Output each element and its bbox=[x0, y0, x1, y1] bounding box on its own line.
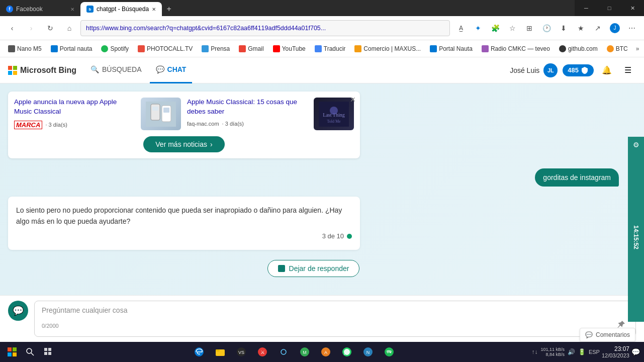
close-tab-bing[interactable]: ✕ bbox=[152, 7, 156, 12]
bing-favicon: b bbox=[86, 6, 94, 13]
notifications-taskbar-icon[interactable]: 💬 bbox=[631, 348, 640, 356]
tab-label-bing: chatgpt - Búsqueda bbox=[97, 6, 149, 13]
news-source-1: faq-mac.com · 3 día(s) bbox=[187, 121, 309, 127]
bing-logo-squares bbox=[8, 66, 17, 75]
network-speed: 101,11 kB/s 8,84 kB/s bbox=[540, 347, 565, 357]
nav-label-busqueda: BÚSQUEDA bbox=[102, 65, 142, 73]
bookmark-btc[interactable]: BTC bbox=[603, 43, 632, 54]
user-message-wrap: gorditas de instagram bbox=[8, 168, 619, 187]
history-icon[interactable]: 🕐 bbox=[538, 20, 555, 36]
bookmark-github[interactable]: github.com bbox=[555, 43, 602, 54]
favorites-bar-icon[interactable]: ★ bbox=[573, 20, 589, 36]
bookmark-radio[interactable]: Radio CMKC — teveo bbox=[478, 43, 554, 54]
user-profile-icon[interactable]: J bbox=[607, 20, 623, 36]
svg-rect-4 bbox=[163, 108, 169, 113]
tab-facebook[interactable]: f Facebook ✕ bbox=[0, 2, 80, 16]
bookmark-youtube[interactable]: YouTube bbox=[269, 43, 310, 54]
share-icon[interactable]: ↗ bbox=[590, 20, 606, 36]
user-avatar[interactable]: JL bbox=[543, 63, 558, 77]
bing-logo[interactable]: Microsoft Bing bbox=[8, 66, 76, 75]
taskbar-security[interactable]: ⚔ bbox=[252, 343, 272, 361]
network-icon: ↑↓ bbox=[531, 348, 537, 355]
taskbar-apps: VS ⚔ M A bbox=[189, 343, 399, 361]
taskbar-app5[interactable] bbox=[273, 343, 294, 361]
minimize-button[interactable]: ─ bbox=[575, 0, 598, 16]
bing-nav: 🔍 BÚSQUEDA 💬 CHAT bbox=[84, 57, 502, 83]
svg-point-35 bbox=[385, 347, 394, 356]
collections-icon[interactable]: ⊞ bbox=[521, 20, 537, 36]
task-view-button[interactable] bbox=[40, 344, 56, 360]
address-input[interactable] bbox=[80, 20, 450, 36]
download-icon[interactable]: ⬇ bbox=[556, 20, 572, 36]
clock-time: 23:07 bbox=[614, 345, 629, 352]
taskbar-archive[interactable]: A bbox=[316, 343, 336, 361]
gmail-favicon bbox=[239, 45, 246, 52]
settings-more-icon[interactable]: ⋯ bbox=[624, 20, 640, 36]
volume-icon[interactable]: 🔊 bbox=[568, 348, 575, 355]
taskbar-spotify[interactable] bbox=[379, 343, 399, 361]
news-image-0[interactable] bbox=[141, 98, 181, 130]
bookmark-prensa[interactable]: Prensa bbox=[198, 43, 234, 54]
taskbar-edge[interactable] bbox=[189, 343, 209, 361]
see-more-button[interactable]: Ver más noticias › bbox=[143, 136, 224, 152]
translate-icon[interactable]: A̲ bbox=[453, 20, 469, 36]
taskbar-explorer[interactable] bbox=[210, 343, 230, 361]
taskbar-whatsapp[interactable] bbox=[337, 343, 357, 361]
start-button[interactable] bbox=[4, 344, 20, 360]
news-image-1[interactable]: Last Thing Told Me bbox=[314, 98, 354, 130]
bookmark-gmail[interactable]: Gmail bbox=[235, 43, 267, 54]
input-placeholder[interactable]: Pregúntame cualquier cosa bbox=[42, 306, 628, 314]
svg-text:A: A bbox=[324, 350, 327, 355]
bot-message: Lo siento pero no puedo proporcionar con… bbox=[8, 197, 360, 250]
tab-bing[interactable]: b chatgpt - Búsqueda ✕ bbox=[80, 2, 162, 16]
bookmark-spotify[interactable]: Spotify bbox=[97, 43, 133, 54]
side-gear-button[interactable]: ⚙ bbox=[628, 137, 644, 153]
refresh-button[interactable]: ↻ bbox=[42, 20, 58, 36]
forward-button[interactable]: › bbox=[23, 20, 39, 36]
bookmark-portal-nauta2[interactable]: Portal Nauta bbox=[426, 43, 477, 54]
svg-rect-1 bbox=[151, 104, 160, 120]
nav-item-chat[interactable]: 💬 CHAT bbox=[150, 57, 193, 83]
favorites-icon[interactable]: ☆ bbox=[504, 20, 520, 36]
back-button[interactable]: ‹ bbox=[4, 20, 20, 36]
reward-badge[interactable]: 485 bbox=[563, 64, 594, 76]
bookmark-nano[interactable]: Nano M5 bbox=[4, 43, 46, 54]
search-nav-icon: 🔍 bbox=[90, 65, 99, 73]
see-more-label: Ver más noticias bbox=[155, 140, 207, 148]
close-news-button[interactable]: ✕ bbox=[350, 96, 356, 104]
taskbar-left bbox=[4, 344, 56, 360]
nav-item-busqueda[interactable]: 🔍 BÚSQUEDA bbox=[84, 57, 148, 83]
close-tab-facebook[interactable]: ✕ bbox=[70, 7, 74, 12]
news-card-title-1[interactable]: Apple Music Classical: 15 cosas que debe… bbox=[187, 98, 309, 117]
stop-button[interactable]: Dejar de responder bbox=[267, 260, 360, 277]
stop-label: Dejar de responder bbox=[289, 264, 349, 273]
taskbar-app9[interactable]: N bbox=[358, 343, 378, 361]
bookmark-comercio[interactable]: Comercio | MAXUS... bbox=[350, 43, 425, 54]
search-taskbar-button[interactable] bbox=[22, 344, 38, 360]
menu-button[interactable]: ☰ bbox=[620, 62, 636, 78]
svg-rect-9 bbox=[8, 347, 12, 351]
notifications-button[interactable]: 🔔 bbox=[599, 62, 615, 78]
bookmark-label: Prensa bbox=[211, 45, 230, 52]
taskbar-app3[interactable]: VS bbox=[231, 343, 251, 361]
maximize-button[interactable]: □ bbox=[598, 0, 621, 16]
svg-line-14 bbox=[31, 353, 34, 355]
stop-button-wrap: Dejar de responder bbox=[8, 260, 619, 277]
news-card-title-0[interactable]: Apple anuncia la nueva app Apple Music C… bbox=[14, 98, 136, 117]
taskbar-maps[interactable]: M bbox=[295, 343, 315, 361]
bell-icon: 🔔 bbox=[602, 65, 612, 75]
comments-panel[interactable]: 💬 Comentarios bbox=[580, 328, 635, 342]
svg-rect-10 bbox=[13, 347, 17, 351]
new-tab-button[interactable]: + bbox=[162, 2, 176, 16]
bookmark-photocall[interactable]: PHOTOCALL.TV bbox=[134, 43, 197, 54]
bookmark-traducir[interactable]: Traducir bbox=[311, 43, 350, 54]
system-tray: ↑↓ 101,11 kB/s 8,84 kB/s 🔊 🔋 ESP bbox=[531, 347, 600, 357]
bookmarks-more-button[interactable]: » bbox=[633, 43, 642, 54]
input-avatar: 💬 bbox=[8, 301, 28, 321]
extensions-icon[interactable]: 🧩 bbox=[487, 20, 503, 36]
home-button[interactable]: ⌂ bbox=[61, 20, 77, 36]
bookmark-portal-nauta[interactable]: Portal nauta bbox=[47, 43, 97, 54]
bing-chat-icon[interactable]: ✦ bbox=[470, 20, 486, 36]
input-box[interactable]: Pregúntame cualquier cosa 0/2000 bbox=[34, 301, 636, 337]
close-button[interactable]: ✕ bbox=[621, 0, 644, 16]
